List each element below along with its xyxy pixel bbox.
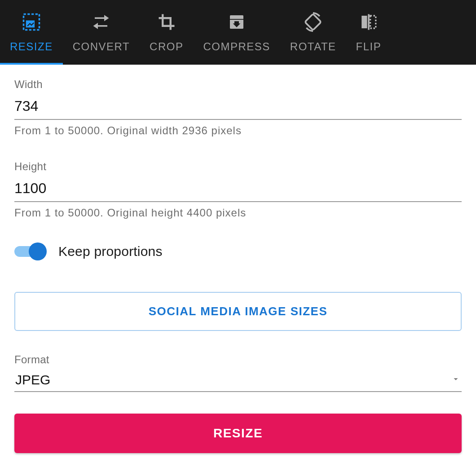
- tab-convert[interactable]: CONVERT: [63, 0, 140, 65]
- keep-proportions-row: Keep proportions: [14, 242, 462, 260]
- compress-icon: [226, 12, 247, 32]
- tab-label: CROP: [150, 40, 183, 53]
- tab-label: FLIP: [356, 40, 382, 53]
- resize-button[interactable]: RESIZE: [14, 414, 462, 453]
- tab-crop[interactable]: CROP: [140, 0, 193, 65]
- height-field-group: Height From 1 to 50000. Original height …: [14, 160, 462, 219]
- flip-icon: [358, 12, 379, 32]
- resize-icon: [21, 12, 42, 32]
- keep-proportions-toggle[interactable]: [14, 242, 47, 260]
- tab-label: ROTATE: [290, 40, 336, 53]
- height-input[interactable]: [14, 177, 462, 202]
- svg-rect-3: [361, 16, 367, 28]
- toggle-thumb: [29, 242, 47, 260]
- tab-label: COMPRESS: [203, 40, 270, 53]
- format-field-group: Format JPEG: [14, 353, 462, 392]
- svg-rect-4: [370, 16, 375, 28]
- tab-resize[interactable]: RESIZE: [0, 0, 63, 65]
- width-label: Width: [14, 78, 462, 91]
- convert-icon: [91, 12, 111, 32]
- tab-flip[interactable]: FLIP: [346, 0, 392, 65]
- tab-label: RESIZE: [10, 40, 53, 53]
- tab-label: CONVERT: [73, 40, 130, 53]
- tool-tabbar: RESIZE CONVERT CROP COMPRESS: [0, 0, 476, 65]
- resize-panel: Width From 1 to 50000. Original width 29…: [0, 65, 476, 467]
- crop-icon: [156, 12, 177, 32]
- format-value: JPEG: [15, 372, 50, 388]
- format-label: Format: [14, 353, 462, 366]
- tab-rotate[interactable]: ROTATE: [280, 0, 346, 65]
- keep-proportions-label: Keep proportions: [58, 244, 163, 259]
- height-label: Height: [14, 160, 462, 173]
- height-hint: From 1 to 50000. Original height 4400 pi…: [14, 207, 462, 219]
- width-input[interactable]: [14, 95, 462, 120]
- tab-compress[interactable]: COMPRESS: [193, 0, 280, 65]
- width-hint: From 1 to 50000. Original width 2936 pix…: [14, 124, 462, 137]
- chevron-down-icon: [451, 374, 461, 386]
- format-select[interactable]: JPEG: [14, 370, 462, 392]
- rotate-icon: [303, 12, 323, 32]
- social-media-sizes-button[interactable]: SOCIAL MEDIA IMAGE SIZES: [14, 292, 462, 331]
- width-field-group: Width From 1 to 50000. Original width 29…: [14, 78, 462, 137]
